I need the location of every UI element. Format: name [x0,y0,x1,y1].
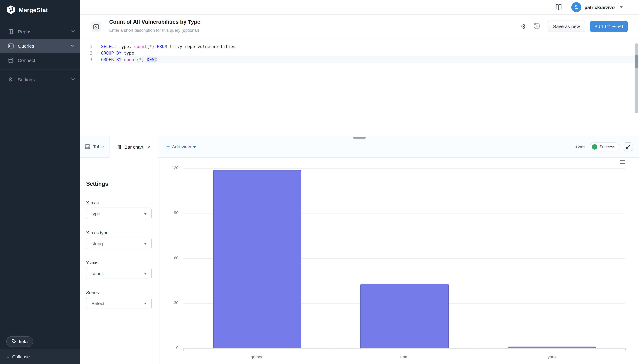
status-label: Success [599,144,615,149]
status-badge: ✓ Success [590,142,619,151]
sidebar-item-label: Repos [18,29,31,34]
sidebar-item-repos[interactable]: Repos [0,24,80,39]
select-series[interactable]: Select [86,298,152,309]
sidebar-item-queries[interactable]: Queries [0,39,80,53]
code-content[interactable]: ORDER BY count(*) DESC [101,56,639,63]
sidebar-item-settings[interactable]: ⚙Settings [0,72,80,87]
line-number: 2 [80,50,92,56]
select-value: string [91,241,103,246]
tab-bar-chart[interactable]: Bar chart× [110,136,158,158]
query-duration: 12ms [575,144,585,149]
x-axis-tick [331,349,331,350]
x-axis-line [183,348,626,349]
chevron-down-icon [71,30,75,33]
main-area: patrickdevivo Count of All Vulnerabiliti… [80,0,639,364]
select-x-axis[interactable]: type [86,208,152,220]
database-icon [8,57,14,63]
results-panel: TableBar chart× + Add view 12ms ✓ Succes… [80,136,639,364]
select-caret-icon [144,213,147,214]
editor-line[interactable]: 1SELECT type, count(*) FROM trivy_repo_v… [80,43,639,50]
book-icon [8,28,14,34]
editor-scrollbar-track[interactable] [635,43,638,113]
query-actions: ⚙ Save as new Run (⇧ + ↵) [520,15,628,38]
user-menu-caret-icon[interactable] [620,6,623,8]
brand: MergeStat [6,5,48,16]
query-settings-gear-icon[interactable]: ⚙ [520,23,526,30]
chevron-down-icon [71,78,75,81]
chevron-down-icon [71,44,75,47]
field-label-y-axis: Y-axis [86,260,152,265]
select-x-axis-type[interactable]: string [86,238,152,249]
x-axis-category-label: gomod [238,355,276,359]
sidebar: MergeStat ReposQueriesConnect⚙Settings b… [0,0,80,364]
code-content[interactable]: SELECT type, count(*) FROM trivy_repo_vu… [101,43,639,50]
y-axis-tick-label: 120 [159,166,178,170]
sql-editor[interactable]: 1SELECT type, count(*) FROM trivy_repo_v… [80,38,639,136]
code-content[interactable]: GROUP BY type [101,50,639,56]
close-tab-icon[interactable]: × [147,144,151,150]
gridline [183,168,625,168]
results-tab-bar: TableBar chart× + Add view 12ms ✓ Succes… [80,136,639,158]
expand-panel-button[interactable] [624,142,632,151]
y-axis-tick-label: 60 [159,256,178,260]
editor-line[interactable]: 2GROUP BY type [80,50,639,56]
add-view-caret-icon [193,146,196,148]
collapse-icon: « [7,354,10,359]
gear-icon: ⚙ [8,76,14,82]
query-title[interactable]: Count of All Vulnerabilities by Type [109,19,200,25]
line-number: 3 [80,56,92,63]
top-bar: patrickdevivo [80,0,639,15]
save-as-new-button[interactable]: Save as new [548,21,585,32]
run-query-button[interactable]: Run (⇧ + ↵) [590,21,628,32]
sidebar-nav: ReposQueriesConnect⚙Settings [0,24,80,87]
chart-toolbox-menu-icon[interactable] [620,160,625,164]
query-history-icon[interactable] [533,22,541,30]
topbar-divider [567,3,567,11]
query-header: Count of All Vulnerabilities by Type Ent… [80,15,639,38]
select-value: type [91,211,100,216]
bar-npm[interactable] [360,284,449,348]
beta-badge: beta [6,336,33,347]
select-caret-icon [144,272,147,274]
avatar[interactable] [571,2,581,12]
select-caret-icon [144,302,147,304]
y-axis-tick-label: 0 [159,345,178,350]
field-label-x-axis: X-axis [86,200,152,205]
select-value: Select [91,301,104,306]
docs-book-icon[interactable] [555,4,562,10]
tab-label: Bar chart [124,144,143,150]
plus-icon: + [166,144,170,150]
tab-table[interactable]: Table [80,136,110,158]
select-y-axis[interactable]: count [86,268,152,279]
bar-gomod[interactable] [213,170,301,348]
editor-scrollbar-thumb[interactable] [635,54,638,68]
add-view-button[interactable]: + Add view [166,136,196,158]
table-icon [85,144,90,149]
bar-chart: 0306090120gomodnpmyarn [159,158,639,364]
x-axis-category-label: yarn [533,355,570,359]
line-number: 1 [80,43,92,50]
field-label-series: Series [86,290,152,295]
sidebar-item-label: Settings [18,77,35,82]
sidebar-item-connect[interactable]: Connect [0,53,80,67]
editor-line[interactable]: 3ORDER BY count(*) DESC [80,56,639,63]
terminal-icon [8,43,14,49]
query-terminal-icon [91,22,101,32]
x-axis-tick [183,349,184,350]
select-caret-icon [144,242,147,244]
collapse-sidebar-button[interactable]: « Collapse [0,349,80,364]
success-check-icon: ✓ [592,144,597,150]
collapse-label: Collapse [12,354,30,359]
x-axis-tick [478,349,478,350]
y-axis-tick-label: 30 [159,300,178,305]
y-axis-tick-label: 90 [159,210,178,215]
username[interactable]: patrickdevivo [584,4,615,10]
x-axis-category-label: npm [386,355,423,359]
query-description-placeholder[interactable]: Enter a short description for this query… [109,28,199,33]
panel-resize-handle[interactable] [353,137,366,139]
bar-chart-icon [116,144,122,150]
settings-heading: Settings [86,181,152,187]
tag-icon [12,339,16,344]
chart-settings-panel: Settings X-axistypeX-axis typestringY-ax… [80,158,159,364]
bar-yarn[interactable] [508,346,596,348]
